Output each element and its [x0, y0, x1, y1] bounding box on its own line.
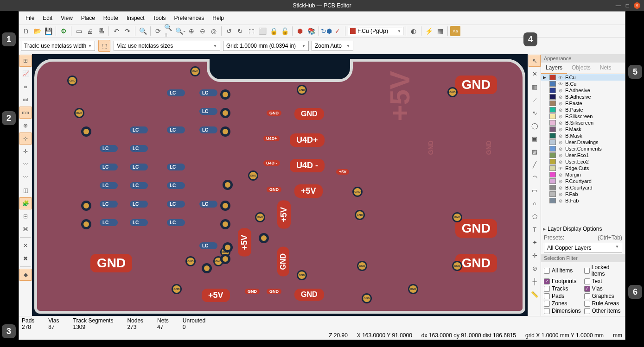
open-icon[interactable]: 📂 [32, 26, 42, 36]
layer-visibility-icon[interactable]: ⊘ [558, 133, 563, 139]
outline-icon[interactable]: ◫ [19, 184, 32, 196]
polar-icon[interactable]: ⊕ [19, 120, 32, 132]
anchor-icon[interactable]: ✦ [529, 236, 541, 248]
close-button[interactable]: ✕ [634, 2, 640, 9]
layer-color-swatch[interactable] [549, 159, 556, 164]
poly-icon[interactable]: ⬠ [529, 210, 541, 222]
layer-color-swatch[interactable] [549, 75, 556, 80]
track-auto-icon[interactable]: ⬚ [98, 40, 110, 52]
checkbox-icon[interactable]: ✓ [584, 286, 590, 292]
layer-color-swatch[interactable] [549, 107, 556, 113]
checkbox-icon[interactable] [544, 293, 550, 299]
layer-visibility-icon[interactable]: ⊘ [558, 88, 563, 93]
refresh-icon[interactable]: ⟳ [153, 26, 163, 36]
undo-icon[interactable]: ↶ [111, 26, 121, 36]
library-icon[interactable]: 📚 [306, 26, 316, 36]
layer-row-f-adhesive[interactable]: ⊘ F.Adhesive [541, 87, 625, 94]
layer-color-swatch[interactable] [549, 165, 556, 171]
line-icon[interactable]: ╱ [529, 158, 541, 170]
ic-icon[interactable]: ▣ [529, 132, 541, 145]
hatch-icon[interactable]: ▨ [529, 145, 541, 158]
mm-icon[interactable]: mm [19, 107, 32, 119]
zoom-in-icon[interactable]: 🔍+ [164, 26, 174, 36]
unlock-icon[interactable]: 🔓 [280, 26, 290, 36]
filter-graphics[interactable]: Graphics [584, 293, 623, 299]
layer-visibility-icon[interactable]: ⊘ [558, 101, 563, 106]
layer-row-user-comments[interactable]: ⊘ User.Comments [541, 145, 625, 152]
layer-color-swatch[interactable] [549, 101, 556, 106]
layer-row-b-fab[interactable]: ⊘ B.Fab [541, 197, 625, 204]
layer-color-swatch[interactable] [549, 178, 556, 184]
checkbox-icon[interactable] [584, 268, 590, 274]
mirror-icon[interactable]: ⬚ [246, 26, 256, 36]
layer-row-margin[interactable]: ⊘ Margin [541, 171, 625, 178]
pan-icon[interactable]: ✕ [529, 68, 541, 80]
layer-color-swatch[interactable] [549, 198, 556, 203]
filter-vias[interactable]: ✓Vias [584, 285, 623, 292]
page-icon[interactable]: ▭ [74, 26, 84, 36]
menu-preferences[interactable]: Preferences [171, 13, 208, 23]
layer-visibility-icon[interactable]: ⊘ [558, 146, 563, 151]
checkbox-icon[interactable] [584, 278, 590, 284]
via-size-select[interactable]: Via: use netclass sizes▼ [114, 41, 220, 51]
layer-color-swatch[interactable] [549, 191, 556, 197]
fill-icon[interactable]: ◆ [19, 269, 32, 281]
ruler-icon[interactable]: 📏 [529, 288, 541, 300]
menu-help[interactable]: Help [209, 13, 228, 23]
menu-inspect[interactable]: Inspect [123, 13, 148, 23]
layer-visibility-icon[interactable]: ⊘ [558, 159, 563, 164]
text-icon[interactable]: T [529, 223, 541, 235]
grid-select[interactable]: Grid: 1.0000 mm (0.0394 in)▼ [223, 41, 309, 51]
layer-color-swatch[interactable] [549, 120, 556, 126]
maximize-button[interactable]: □ [626, 2, 629, 9]
rect-icon[interactable]: ▭ [529, 184, 541, 196]
cross-icon[interactable]: ✛ [529, 249, 541, 261]
mil-icon[interactable]: mil [19, 94, 32, 106]
layer-visibility-icon[interactable]: ⊘ [558, 198, 563, 203]
ratsnest-icon[interactable]: 〰 [19, 158, 32, 170]
checkbox-icon[interactable] [544, 301, 550, 307]
zoom-sel-icon[interactable]: ◎ [209, 26, 219, 36]
snap-icon[interactable]: ⊹ [19, 132, 32, 145]
script-icon[interactable]: ⚡ [424, 26, 434, 36]
footprint-icon[interactable]: ⬢ [295, 26, 305, 36]
track-width-select[interactable]: Track: use netclass width▼ [21, 41, 95, 51]
filter-dimensions[interactable]: Dimensions [544, 308, 582, 314]
layer-color-swatch[interactable] [549, 152, 556, 158]
filter-all-items[interactable]: All items [544, 264, 582, 277]
filter-zones[interactable]: Zones [544, 300, 582, 307]
layer-color-swatch[interactable] [549, 185, 556, 190]
filter-other-items[interactable]: Other items [584, 308, 623, 314]
text-icon[interactable]: Aa [450, 26, 460, 36]
print-icon[interactable]: 🖨 [85, 26, 95, 36]
x2-icon[interactable]: ✖ [19, 252, 32, 265]
layer-visibility-icon[interactable]: ⊘ [558, 172, 563, 177]
checkbox-icon[interactable] [584, 293, 590, 299]
filter-pads[interactable]: Pads [544, 293, 582, 299]
update-icon[interactable]: ↻⬢ [321, 26, 332, 36]
donut-icon[interactable]: ◯ [529, 120, 541, 132]
zoom-obj-icon[interactable]: ⊖ [198, 26, 208, 36]
puzzle-icon[interactable]: 🧩 [19, 197, 32, 209]
menu-route[interactable]: Route [100, 13, 122, 23]
layer-row-f-courtyard[interactable]: ⊘ F.Courtyard [541, 178, 625, 184]
x1-icon[interactable]: ✕ [19, 240, 32, 252]
layer-row-f-paste[interactable]: ⊘ F.Paste [541, 100, 625, 107]
wave-icon[interactable]: ∿ [529, 107, 541, 119]
3d-icon[interactable]: ▦ [435, 26, 445, 36]
layer-visibility-icon[interactable]: 👁 [558, 81, 563, 87]
layer-list[interactable]: ▶ 👁 F.Cu 👁 B.Cu ⊘ F.Adhesive ⊘ B.Adhesiv… [541, 74, 625, 224]
drc-icon[interactable]: ✓ [332, 26, 343, 36]
trace-icon[interactable]: ⟋ [529, 94, 541, 106]
save-icon[interactable]: 💾 [43, 26, 53, 36]
layer-visibility-icon[interactable]: 👁 [558, 75, 563, 80]
find-icon[interactable]: 🔍 [138, 26, 148, 36]
checkbox-icon[interactable] [584, 301, 590, 307]
filter-locked-items[interactable]: Locked items [584, 264, 623, 277]
axes-icon[interactable]: 📈 [19, 68, 32, 80]
tab-layers[interactable]: Layers [541, 63, 567, 74]
layer-row-b-mask[interactable]: ⊘ B.Mask [541, 132, 625, 139]
checkbox-icon[interactable]: ✓ [544, 278, 550, 284]
layer-row-b-paste[interactable]: ⊘ B.Paste [541, 107, 625, 113]
checkbox-icon[interactable] [544, 268, 550, 274]
